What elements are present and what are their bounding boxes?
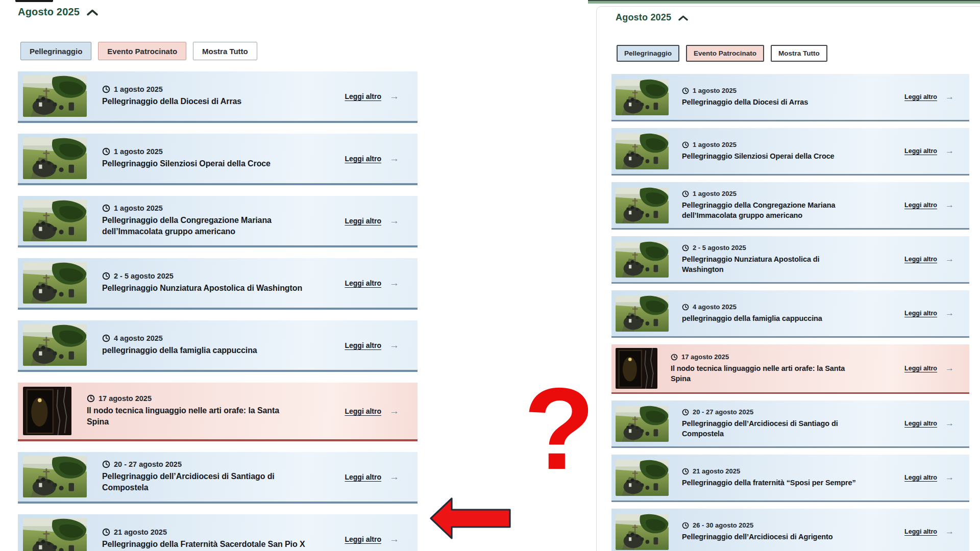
clock-icon: [102, 334, 110, 342]
event-date-row: 21 agosto 2025: [102, 528, 338, 536]
event-card-body: 26 - 30 agosto 2025 Pellegrinaggio dell’…: [682, 521, 898, 542]
filter-button-pellegrinaggio[interactable]: Pellegrinaggio: [617, 45, 679, 62]
read-more-link[interactable]: Leggi altro: [345, 407, 381, 415]
event-card[interactable]: 21 agosto 2025 Pellegrinaggio della frat…: [611, 455, 969, 502]
event-card[interactable]: 21 agosto 2025 Pellegrinaggio della Frat…: [18, 514, 418, 551]
event-card[interactable]: 20 - 27 agosto 2025 Pellegrinaggio dell’…: [18, 452, 418, 504]
event-card[interactable]: 1 agosto 2025 Pellegrinaggio Silenziosi …: [611, 128, 969, 176]
clock-icon: [682, 468, 689, 475]
event-date: 21 agosto 2025: [114, 528, 167, 536]
read-more-link[interactable]: Leggi altro: [345, 535, 381, 543]
read-more-link[interactable]: Leggi altro: [904, 202, 937, 209]
crucifix-photo: [616, 348, 657, 389]
read-more-wrap: Leggi altro →: [904, 472, 954, 483]
pilgrimage-photo: [23, 76, 87, 117]
read-more-wrap: Leggi altro →: [904, 254, 954, 264]
arrow-right-icon: →: [389, 153, 399, 164]
event-card[interactable]: 17 agosto 2025 Il nodo tecnica linguaggi…: [18, 383, 418, 441]
event-card[interactable]: 1 agosto 2025 Pellegrinaggio della Dioce…: [611, 74, 969, 121]
event-thumbnail: [616, 79, 669, 115]
read-more-link[interactable]: Leggi altro: [345, 473, 381, 481]
arrow-right-icon: →: [945, 146, 954, 156]
event-date: 17 agosto 2025: [681, 353, 729, 361]
event-card[interactable]: 1 agosto 2025 Pellegrinaggio della Dioce…: [18, 71, 418, 123]
event-card-body: 17 agosto 2025 Il nodo tecnica linguaggi…: [87, 394, 338, 428]
event-date-row: 1 agosto 2025: [102, 147, 338, 156]
arrow-right-icon: →: [945, 363, 954, 373]
read-more-wrap: Leggi altro →: [345, 340, 399, 351]
event-card[interactable]: 4 agosto 2025 pellegrinaggio della famig…: [18, 320, 418, 372]
clock-icon: [682, 141, 689, 148]
event-date-row: 4 agosto 2025: [102, 334, 338, 342]
event-date: 4 agosto 2025: [693, 303, 737, 311]
filter-button-evento[interactable]: Evento Patrocinato: [686, 45, 764, 62]
event-card[interactable]: 1 agosto 2025 Pellegrinaggio della Congr…: [611, 182, 969, 230]
event-card-body: 1 agosto 2025 Pellegrinaggio Silenziosi …: [102, 147, 338, 169]
event-card[interactable]: 2 - 5 agosto 2025 Pellegrinaggio Nunziat…: [611, 236, 969, 284]
chevron-up-icon[interactable]: [87, 9, 98, 16]
event-card[interactable]: 17 agosto 2025 Il nodo tecnica linguaggi…: [611, 344, 969, 394]
event-card-body: 4 agosto 2025 pellegrinaggio della famig…: [102, 334, 338, 356]
read-more-link[interactable]: Leggi altro: [345, 341, 381, 349]
pilgrimage-photo: [616, 187, 669, 223]
event-thumbnail: [23, 76, 87, 117]
event-card-body: 21 agosto 2025 Pellegrinaggio della Frat…: [102, 528, 338, 550]
filter-button-mostra[interactable]: Mostra Tutto: [771, 45, 827, 62]
event-title: pellegrinaggio della famiglia cappuccina: [102, 345, 316, 356]
event-card[interactable]: 2 - 5 agosto 2025 Pellegrinaggio Nunziat…: [18, 258, 418, 310]
read-more-wrap: Leggi altro →: [345, 278, 399, 289]
event-card-body: 1 agosto 2025 Pellegrinaggio della Dioce…: [102, 85, 338, 107]
arrow-right-icon: →: [389, 406, 399, 417]
event-card-body: 20 - 27 agosto 2025 Pellegrinaggio dell’…: [682, 408, 898, 439]
clock-icon: [671, 354, 678, 361]
pilgrimage-photo: [616, 406, 669, 442]
read-more-wrap: Leggi altro →: [345, 153, 399, 164]
event-title: Pellegrinaggio della Diocesi di Arras: [102, 96, 316, 107]
read-more-link[interactable]: Leggi altro: [345, 279, 381, 287]
event-card[interactable]: 26 - 30 agosto 2025 Pellegrinaggio dell’…: [611, 509, 969, 551]
clock-icon: [87, 394, 95, 403]
read-more-link[interactable]: Leggi altro: [345, 155, 381, 163]
clock-icon: [102, 460, 110, 468]
event-card-body: 21 agosto 2025 Pellegrinaggio della frat…: [682, 467, 898, 488]
clock-icon: [682, 244, 689, 252]
read-more-link[interactable]: Leggi altro: [904, 147, 937, 155]
read-more-link[interactable]: Leggi altro: [345, 217, 381, 225]
filter-button-mostra[interactable]: Mostra Tutto: [193, 42, 257, 60]
pilgrimage-photo: [616, 79, 669, 115]
read-more-link[interactable]: Leggi altro: [904, 474, 937, 481]
read-more-link[interactable]: Leggi altro: [904, 420, 937, 427]
filter-buttons: PellegrinaggioEvento PatrocinatoMostra T…: [617, 45, 827, 62]
filter-button-evento[interactable]: Evento Patrocinato: [98, 42, 186, 60]
question-mark-annotation: ?: [524, 384, 595, 474]
event-card-body: 1 agosto 2025 Pellegrinaggio Silenziosi …: [682, 141, 898, 161]
clock-icon: [682, 409, 689, 416]
event-card[interactable]: 4 agosto 2025 pellegrinaggio della famig…: [611, 290, 969, 338]
event-date: 20 - 27 agosto 2025: [693, 408, 753, 416]
arrow-right-icon: →: [389, 278, 399, 289]
read-more-link[interactable]: Leggi altro: [904, 365, 937, 372]
event-title: Pellegrinaggio della Congregazione Maria…: [682, 200, 861, 220]
event-card-body: 1 agosto 2025 Pellegrinaggio della Congr…: [102, 204, 338, 237]
read-more-link[interactable]: Leggi altro: [904, 528, 937, 535]
filter-button-pellegrinaggio[interactable]: Pellegrinaggio: [20, 42, 91, 60]
read-more-link[interactable]: Leggi altro: [904, 93, 937, 101]
comparison-screenshot: Agosto 2025 PellegrinaggioEvento Patroci…: [0, 0, 980, 551]
event-card[interactable]: 1 agosto 2025 Pellegrinaggio della Congr…: [18, 196, 418, 247]
event-date: 1 agosto 2025: [114, 85, 163, 93]
event-thumbnail: [616, 133, 669, 169]
event-thumbnail: [23, 324, 87, 366]
event-date-row: 1 agosto 2025: [682, 141, 898, 148]
event-card[interactable]: 1 agosto 2025 Pellegrinaggio Silenziosi …: [18, 134, 418, 185]
crucifix-photo: [23, 387, 71, 435]
event-title: Il nodo tecnica linguaggio nelle arti or…: [87, 405, 301, 428]
read-more-link[interactable]: Leggi altro: [345, 92, 381, 101]
event-date-row: 2 - 5 agosto 2025: [102, 272, 338, 280]
chevron-up-icon[interactable]: [678, 15, 688, 21]
event-card[interactable]: 20 - 27 agosto 2025 Pellegrinaggio dell’…: [611, 400, 969, 448]
read-more-link[interactable]: Leggi altro: [904, 256, 937, 263]
arrow-right-icon: →: [389, 471, 399, 483]
clock-icon: [102, 147, 110, 156]
arrow-right-icon: →: [945, 200, 954, 210]
read-more-link[interactable]: Leggi altro: [904, 310, 937, 317]
